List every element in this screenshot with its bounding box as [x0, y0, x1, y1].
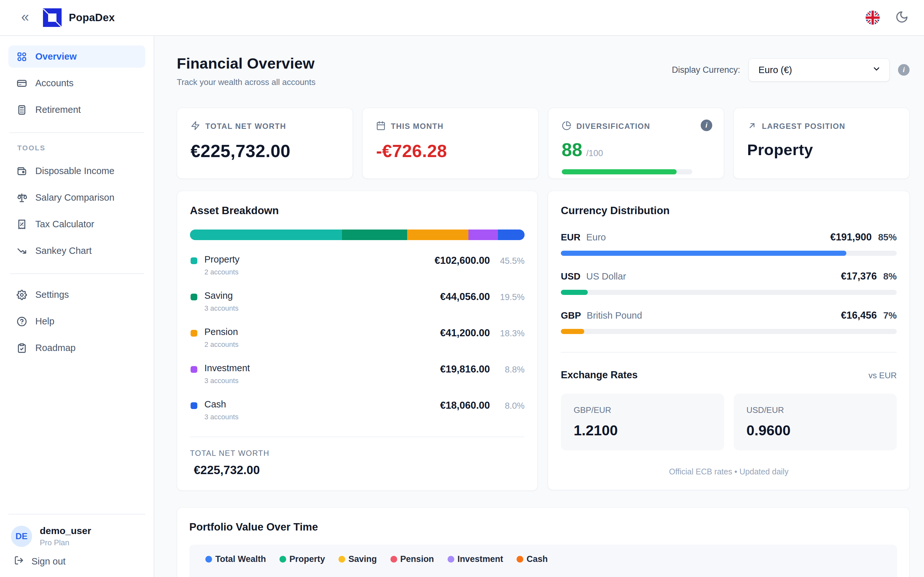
currency-bar-track [561, 329, 897, 334]
stat-label: DIVERSIFICATION [577, 122, 650, 131]
sidebar-item-label: Settings [35, 290, 69, 300]
asset-bar-segment [498, 229, 525, 240]
asset-breakdown-title: Asset Breakdown [190, 205, 525, 217]
currency-row-gbp: GBP British Pound €16,4567% [561, 309, 897, 334]
legend-item: Property [279, 554, 325, 564]
legend-label: Investment [457, 554, 503, 564]
exchange-rates-title: Exchange Rates [561, 369, 638, 381]
currency-percent: 7% [883, 310, 897, 321]
diversification-score: 88 [562, 139, 583, 160]
asset-bar-segment [407, 229, 468, 240]
popadex-logo-icon [43, 8, 61, 27]
display-currency-value: Euro (€) [758, 65, 792, 75]
sidebar-item-label: Overview [35, 51, 77, 62]
asset-percent: 8.8% [496, 365, 525, 375]
legend-dot-icon [279, 556, 286, 562]
asset-bar-segment [468, 229, 498, 240]
legend-label: Saving [349, 554, 377, 564]
stat-card-total-net-worth: TOTAL NET WORTH €225,732.00 [177, 108, 353, 179]
sidebar-item-accounts[interactable]: Accounts [8, 72, 145, 94]
asset-bar-segment [190, 229, 342, 240]
legend-label: Cash [527, 554, 548, 564]
pie-chart-icon [562, 121, 572, 132]
chevron-down-icon [872, 64, 881, 76]
legend-item: Investment [447, 554, 503, 564]
scales-icon [17, 193, 27, 203]
user-profile[interactable]: DE demo_user Pro Plan [11, 525, 143, 547]
main-content: Financial Overview Track your wealth acr… [154, 36, 924, 577]
sidebar-item-label: Help [35, 316, 55, 327]
page-subtitle: Track your wealth across all accounts [177, 77, 316, 87]
exchange-pair: GBP/EUR [573, 405, 711, 415]
sidebar-item-disposable-income[interactable]: Disposable Income [8, 160, 145, 182]
dark-mode-toggle-moon-icon[interactable] [895, 10, 909, 25]
stat-value: -€726.28 [376, 141, 525, 161]
sidebar-collapse-button[interactable]: « [21, 10, 29, 24]
currency-distribution-title: Currency Distribution [561, 205, 897, 217]
asset-name: Pension [204, 327, 238, 337]
legend-label: Property [289, 554, 325, 564]
currency-row-usd: USD US Dollar €17,3768% [561, 271, 897, 295]
sidebar-item-sankey-chart[interactable]: Sankey Chart [8, 240, 145, 262]
legend-label: Total Wealth [215, 554, 266, 564]
user-block: DE demo_user Pro Plan Sign out [8, 514, 145, 567]
asset-total-value: €225,732.00 [190, 464, 525, 477]
asset-percent: 18.3% [496, 329, 525, 338]
portfolio-panel: Portfolio Value Over Time Total WealthPr… [177, 507, 909, 577]
currency-bar-track [561, 290, 897, 295]
asset-percent: 8.0% [496, 401, 525, 411]
sidebar-item-label: Salary Comparison [35, 192, 115, 203]
asset-name: Saving [204, 290, 238, 301]
stat-card-diversification: DIVERSIFICATION i 88 /100 [548, 108, 724, 179]
sidebar-item-retirement[interactable]: Retirement [8, 99, 145, 121]
diversification-info-icon[interactable]: i [701, 119, 712, 131]
asset-name: Property [204, 254, 240, 265]
asset-amount: €44,056.00 [440, 291, 490, 303]
sidebar-item-label: Disposable Income [35, 166, 115, 176]
divider [561, 352, 897, 353]
exchange-card-usd-eur: USD/EUR 0.9600 [734, 394, 897, 450]
currency-name: Euro [586, 232, 606, 243]
stats-row: TOTAL NET WORTH €225,732.00 THIS MONTH -… [177, 108, 909, 179]
sidebar-item-salary-comparison[interactable]: Salary Comparison [8, 187, 145, 209]
asset-bar-segment [342, 229, 407, 240]
exchange-card-gbp-eur: GBP/EUR 1.2100 [561, 394, 724, 450]
sign-out-button[interactable]: Sign out [11, 547, 143, 567]
avatar: DE [11, 526, 32, 547]
currency-amount: €16,456 [841, 309, 877, 321]
asset-accounts: 2 accounts [204, 340, 238, 349]
stat-label: THIS MONTH [391, 122, 443, 131]
sidebar-item-settings[interactable]: Settings [8, 284, 145, 306]
asset-total-label: TOTAL NET WORTH [190, 449, 525, 458]
asset-amount: €18,060.00 [440, 400, 490, 411]
sidebar-item-help[interactable]: Help [8, 310, 145, 332]
lightning-bolt-icon [191, 121, 200, 132]
stat-value: Property [747, 141, 896, 159]
language-flag-icon[interactable] [866, 11, 880, 25]
asset-allocation-stacked-bar [190, 229, 525, 240]
tools-section-label: TOOLS [8, 144, 145, 152]
sidebar-item-overview[interactable]: Overview [8, 45, 145, 68]
stat-label: LARGEST POSITION [762, 122, 845, 131]
sidebar-item-roadmap[interactable]: Roadmap [8, 337, 145, 359]
sidebar-item-tax-calculator[interactable]: Tax Calculator [8, 213, 145, 235]
currency-info-icon[interactable]: i [898, 64, 909, 76]
display-currency-select[interactable]: Euro (€) [748, 58, 890, 81]
credit-card-icon [17, 78, 27, 89]
legend-dot-icon [447, 556, 454, 562]
diversification-meter-fill [562, 169, 677, 174]
currency-code: GBP [561, 310, 581, 321]
calculator-icon [17, 105, 27, 115]
asset-accounts: 3 accounts [204, 304, 238, 313]
exchange-vs-label: vs EUR [869, 371, 897, 380]
brand-title: PopaDex [69, 11, 115, 24]
stat-card-this-month: THIS MONTH -€726.28 [362, 108, 538, 179]
sidebar-item-label: Roadmap [35, 343, 76, 353]
currency-bar-fill [561, 251, 846, 256]
grid-icon [17, 52, 27, 62]
top-header: « PopaDex [0, 0, 924, 36]
sidebar-divider [10, 274, 144, 274]
legend-dot-icon [517, 556, 523, 562]
asset-name: Investment [204, 363, 250, 374]
user-name: demo_user [40, 525, 91, 536]
